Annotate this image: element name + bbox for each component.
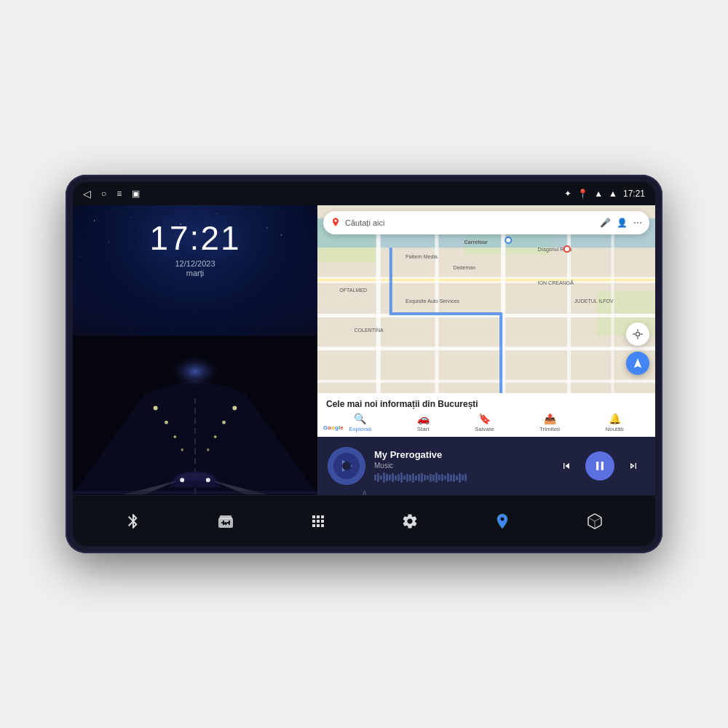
more-icon[interactable]: ⋯ (633, 218, 642, 228)
account-icon[interactable]: 👤 (617, 218, 628, 228)
album-art (328, 447, 365, 485)
map-info-panel: Cele mai noi informații din București 🔍 … (317, 393, 655, 437)
nav-radio[interactable] (207, 503, 244, 539)
menu-icon[interactable]: ≡ (116, 189, 122, 199)
svg-line-61 (588, 518, 595, 521)
back-icon[interactable]: ◁ (83, 188, 91, 199)
map-tab-share[interactable]: 📤 Trimiteți (539, 413, 560, 432)
map-area[interactable]: Pattern Media Carrefour Dragonul Roșu De… (317, 205, 655, 437)
map-tab-news[interactable]: 🔔 Noutăți (605, 413, 623, 432)
home-icon[interactable]: ○ (101, 189, 106, 199)
tunnel-image (73, 336, 317, 495)
svg-point-16 (165, 421, 168, 424)
music-waveform (374, 472, 546, 483)
svg-point-2 (130, 217, 131, 218)
map-navigate-button[interactable] (626, 352, 649, 375)
map-info-title: Cele mai noi informații din București (326, 399, 646, 409)
svg-point-47 (506, 238, 510, 242)
status-bar-right: ✦ 📍 ▲ ▲ 17:21 (564, 189, 645, 199)
svg-point-57 (333, 453, 360, 479)
status-time: 17:21 (623, 189, 645, 199)
svg-text:Dedeman: Dedeman (454, 265, 476, 270)
svg-point-15 (154, 406, 158, 411)
svg-point-17 (173, 435, 176, 438)
news-icon: 🔔 (609, 413, 621, 424)
explore-icon: 🔍 (354, 413, 366, 424)
wifi-icon: ▲ (594, 189, 603, 199)
svg-text:Exquisite Auto Services: Exquisite Auto Services (405, 298, 459, 304)
nav-settings[interactable] (392, 503, 428, 539)
svg-point-21 (214, 435, 217, 438)
svg-point-10 (281, 234, 282, 235)
music-title: My Prerogative (374, 449, 546, 460)
lock-day: marți (186, 269, 204, 277)
nav-cube[interactable] (577, 503, 613, 539)
svg-text:Pattern Media: Pattern Media (405, 254, 438, 259)
mic-icon[interactable]: 🎤 (600, 218, 611, 228)
svg-point-23 (152, 355, 239, 412)
svg-text:OFTALMED: OFTALMED (339, 288, 367, 293)
nav-maps[interactable] (484, 503, 521, 539)
search-right-icons: 🎤 👤 ⋯ (600, 218, 642, 228)
google-logo: Google (323, 424, 344, 431)
saved-icon: 🔖 (478, 413, 491, 424)
map-nav-tabs: 🔍 Explorați 🚗 Start 🔖 Salvate (326, 413, 646, 432)
svg-text:COLENTINA: COLENTINA (354, 328, 384, 333)
music-controls (555, 451, 645, 480)
svg-rect-28 (317, 278, 655, 281)
music-player: My Prerogative Music (317, 437, 655, 495)
svg-point-22 (207, 448, 210, 451)
nav-bluetooth[interactable] (115, 503, 151, 539)
svg-point-20 (222, 421, 226, 424)
svg-point-19 (232, 406, 237, 411)
location-icon: 📍 (577, 189, 588, 199)
start-icon: 🚗 (417, 413, 430, 424)
svg-text:JUDEȚUL ILFOV: JUDEȚUL ILFOV (574, 298, 614, 304)
nav-apps[interactable] (300, 503, 336, 539)
lock-screen-panel: 17:21 12/12/2023 marți (73, 205, 317, 495)
saved-label: Salvate (475, 426, 494, 432)
news-label: Noutăți (605, 426, 623, 432)
map-search-bar[interactable]: Căutați aici 🎤 👤 ⋯ (323, 211, 649, 234)
svg-point-1 (94, 220, 95, 221)
svg-point-4 (216, 213, 217, 214)
search-text: Căutați aici (345, 218, 596, 227)
svg-point-56 (328, 447, 365, 485)
prev-button[interactable] (555, 454, 578, 478)
google-maps-icon (331, 217, 341, 229)
svg-point-6 (296, 219, 296, 220)
svg-line-62 (595, 518, 601, 521)
bottom-nav (73, 495, 655, 546)
map-tab-explore[interactable]: 🔍 Explorați (349, 413, 371, 432)
map-location-button[interactable] (626, 323, 649, 346)
svg-point-5 (266, 227, 267, 228)
bluetooth-icon: ✦ (564, 189, 571, 199)
music-info: My Prerogative Music (374, 449, 546, 483)
share-label: Trimiteți (539, 426, 560, 432)
main-area: 17:21 12/12/2023 marți (73, 205, 655, 495)
map-tab-saved[interactable]: 🔖 Salvate (475, 413, 494, 432)
next-button[interactable] (622, 454, 645, 478)
svg-point-51 (636, 332, 639, 336)
svg-point-7 (108, 242, 109, 242)
svg-point-58 (343, 462, 350, 470)
svg-point-50 (335, 219, 337, 221)
svg-text:Carrefour: Carrefour (464, 240, 488, 245)
map-tab-start[interactable]: 🚗 Start (417, 413, 430, 432)
svg-rect-31 (317, 380, 655, 383)
play-pause-button[interactable] (585, 451, 614, 480)
svg-point-11 (79, 256, 80, 257)
status-bar-left: ◁ ○ ≡ ▣ (83, 188, 140, 199)
status-bar: ◁ ○ ≡ ▣ ✦ 📍 ▲ ▲ 17:21 (73, 182, 655, 205)
device-screen: ◁ ○ ≡ ▣ ✦ 📍 ▲ ▲ 17:21 (73, 182, 655, 546)
start-label: Start (417, 426, 430, 432)
svg-text:ION CREANGĂ: ION CREANGĂ (538, 280, 574, 285)
svg-point-18 (181, 448, 183, 451)
svg-rect-30 (317, 347, 655, 350)
svg-point-24 (180, 478, 184, 483)
device: ◁ ○ ≡ ▣ ✦ 📍 ▲ ▲ 17:21 (66, 175, 662, 553)
svg-rect-59 (219, 518, 232, 519)
share-icon: 📤 (544, 413, 556, 424)
recent-icon[interactable]: ▣ (132, 189, 140, 199)
lock-time: 17:21 (149, 218, 240, 258)
